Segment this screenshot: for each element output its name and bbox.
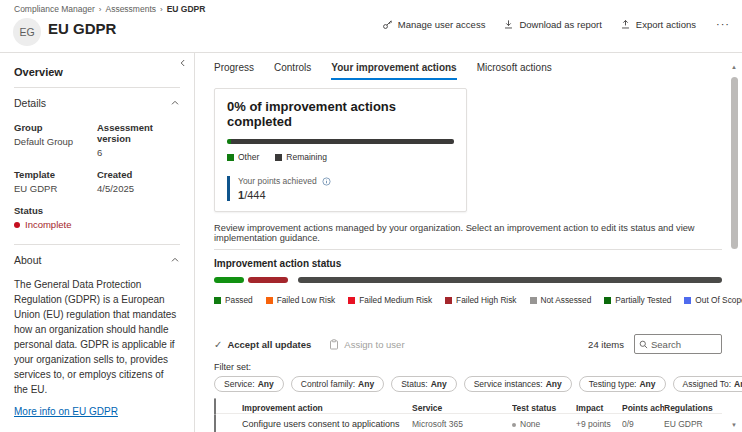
legend-label: Partially Tested <box>615 295 671 305</box>
breadcrumb-compliance-manager[interactable]: Compliance Manager <box>14 4 95 14</box>
legend-swatch <box>275 154 282 161</box>
about-text: The General Data Protection Regulation (… <box>14 277 180 397</box>
tab-microsoft-actions[interactable]: Microsoft actions <box>477 62 552 80</box>
manage-user-access-button[interactable]: Manage user access <box>382 19 486 30</box>
filter-chip-status[interactable]: Status: Any <box>391 376 457 392</box>
field-label: Template <box>14 169 97 180</box>
field-value: 6 <box>97 147 180 158</box>
more-info-link[interactable]: More info on EU GDPR <box>14 406 118 417</box>
chip-label: Testing type: <box>589 379 637 389</box>
table-row[interactable]: Configure users consent to applications … <box>214 414 722 432</box>
points-achieved-label: Your points achieved <box>238 176 317 186</box>
field-label: Group <box>14 122 97 133</box>
detail-field-group: Group Default Group <box>14 122 97 158</box>
details-section-header[interactable]: Details <box>14 97 180 109</box>
export-actions-button[interactable]: Export actions <box>620 19 696 30</box>
breadcrumb: Compliance Manager › Assessments › EU GD… <box>14 4 205 14</box>
compliance-manager-app: Compliance Manager › Assessments › EU GD… <box>0 0 742 432</box>
detail-field-template: Template EU GDPR <box>14 169 97 194</box>
regulations-cell: EU GDPR <box>664 419 722 429</box>
row-checkbox[interactable] <box>214 414 216 432</box>
points-denominator: /444 <box>244 189 265 201</box>
tab-progress[interactable]: Progress <box>214 62 254 80</box>
improvement-action-status-bar <box>214 277 722 283</box>
download-as-report-button[interactable]: Download as report <box>503 19 601 30</box>
legend-swatch <box>348 297 355 304</box>
key-icon <box>382 19 393 30</box>
scrollbar-thumb[interactable] <box>731 77 738 249</box>
filter-chip-control-family[interactable]: Control family: Any <box>291 376 384 392</box>
details-fields: Group Default Group Assessment version 6… <box>14 122 180 230</box>
divider <box>214 249 722 250</box>
completion-legend: Other Remaining <box>227 152 454 162</box>
legend-item-failed-medium-risk: Failed Medium Risk <box>348 295 432 305</box>
column-header-service[interactable]: Service <box>412 403 512 413</box>
legend-item-partially-tested: Partially Tested <box>604 295 671 305</box>
field-value: EU GDPR <box>14 183 97 194</box>
accept-all-updates-button[interactable]: ✓ Accept all updates <box>214 339 311 350</box>
column-header-improvement-action[interactable]: Improvement action <box>242 403 412 413</box>
detail-field-created: Created 4/5/2025 <box>97 169 180 194</box>
page-title: EU GDPR <box>48 20 116 37</box>
divider <box>14 87 180 88</box>
legend-swatch <box>266 297 273 304</box>
search-input[interactable] <box>651 339 715 350</box>
download-icon <box>503 19 514 30</box>
filter-chip-service-instances[interactable]: Service instances: Any <box>464 376 572 392</box>
improvement-actions-table: Improvement action Service Test status I… <box>214 399 722 432</box>
filter-chip-testing-type[interactable]: Testing type: Any <box>579 376 666 392</box>
column-header-test-status[interactable]: Test status <box>512 403 576 413</box>
field-label: Assessment version <box>97 122 180 144</box>
assign-to-user-label: Assign to user <box>344 339 404 350</box>
accept-all-updates-label: Accept all updates <box>227 339 311 350</box>
legend-label: Not Assessed <box>541 295 592 305</box>
about-title: About <box>14 254 41 266</box>
chip-label: Assigned To: <box>683 379 732 389</box>
legend-label: Other <box>238 152 259 162</box>
breadcrumb-current: EU GDPR <box>167 4 206 14</box>
scroll-up-arrow[interactable]: ▲ <box>731 64 737 70</box>
legend-label: Failed High Risk <box>456 295 516 305</box>
improvement-action-link[interactable]: Configure users consent to applications <box>242 419 400 429</box>
download-as-report-label: Download as report <box>519 19 601 30</box>
status-segment-remaining <box>298 277 722 283</box>
progress-remaining-segment <box>231 139 454 144</box>
header-actions: Manage user access Download as report Ex… <box>382 18 732 30</box>
more-options-button[interactable]: ··· <box>714 18 732 30</box>
legend-item-failed-high-risk: Failed High Risk <box>445 295 516 305</box>
chip-value: Any <box>546 379 562 389</box>
legend-label: Remaining <box>286 152 327 162</box>
chip-label: Status: <box>401 379 427 389</box>
scroll-down-arrow[interactable]: ▼ <box>731 422 737 428</box>
tab-your-improvement-actions[interactable]: Your improvement actions <box>331 62 456 80</box>
divider <box>14 244 180 245</box>
column-header-regulations[interactable]: Regulations <box>664 403 722 413</box>
completion-progress-bar <box>227 139 454 144</box>
assign-to-user-button[interactable]: Assign to user <box>329 339 404 350</box>
info-icon[interactable] <box>322 177 331 186</box>
chip-label: Service instances: <box>474 379 543 389</box>
filter-set-label: Filter set: <box>214 362 742 372</box>
tab-bar: Progress Controls Your improvement actio… <box>214 62 742 80</box>
column-header-impact[interactable]: Impact <box>576 403 622 413</box>
test-status-dot <box>512 423 516 427</box>
items-count: 24 items <box>588 339 624 350</box>
about-section-header[interactable]: About <box>14 254 180 266</box>
legend-swatch <box>604 297 611 304</box>
column-header-points-achieved[interactable]: Points achiev... <box>622 403 664 413</box>
legend-swatch <box>530 297 537 304</box>
tab-controls[interactable]: Controls <box>274 62 311 80</box>
breadcrumb-assessments[interactable]: Assessments <box>105 4 156 14</box>
legend-item: Other <box>227 152 259 162</box>
search-box[interactable] <box>634 334 722 354</box>
sidebar-item-overview[interactable]: Overview <box>14 66 180 78</box>
legend-label: Failed Low Risk <box>277 295 336 305</box>
table-header-row: Improvement action Service Test status I… <box>214 399 722 414</box>
export-icon <box>620 19 631 30</box>
chip-value: Any <box>358 379 374 389</box>
sidebar: Overview Details Group Default Group Ass… <box>0 53 195 432</box>
collapse-sidebar-button[interactable] <box>178 58 188 68</box>
points-achieved-block: Your points achieved 1/444 <box>227 176 454 201</box>
filter-chips: Service: Any Control family: Any Status:… <box>214 376 742 392</box>
filter-chip-service[interactable]: Service: Any <box>214 376 284 392</box>
